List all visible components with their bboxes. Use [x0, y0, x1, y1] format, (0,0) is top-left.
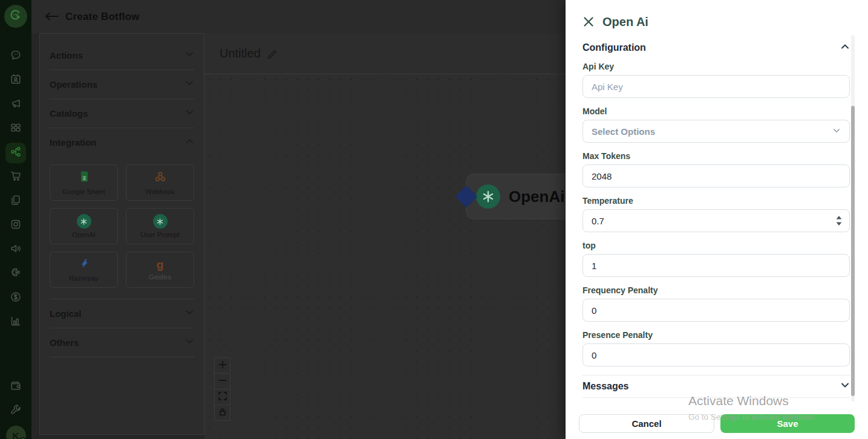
top-label: top	[582, 241, 850, 250]
drawer-scrollbar-track[interactable]	[851, 35, 855, 402]
chevron-down-icon	[832, 126, 841, 137]
field-frequency-penalty: Frequency Penalty	[582, 285, 850, 322]
app-root: K Create Botflow Actions Operations Cata…	[0, 0, 868, 439]
cancel-button[interactable]: Cancel	[579, 414, 714, 433]
drawer-header: Open Ai	[582, 15, 850, 29]
api-key-label: Api Key	[582, 62, 850, 71]
max-tokens-input[interactable]	[582, 164, 850, 187]
max-tokens-label: Max Tokens	[582, 151, 850, 161]
field-presence-penalty: Presence Penalty	[582, 330, 850, 366]
temperature-input[interactable]	[582, 209, 850, 232]
chevron-down-icon	[840, 381, 850, 392]
model-label: Model	[582, 106, 850, 116]
save-button[interactable]: Save	[720, 414, 855, 433]
frequency-penalty-input[interactable]	[582, 299, 850, 322]
drawer-backdrop[interactable]	[0, 0, 566, 439]
field-max-tokens: Max Tokens	[582, 151, 850, 187]
close-drawer-button[interactable]	[582, 16, 595, 29]
close-icon	[582, 21, 595, 30]
api-key-input[interactable]	[582, 75, 850, 98]
configuration-section-header[interactable]: Configuration	[582, 42, 850, 53]
field-top: top	[582, 241, 850, 277]
top-input[interactable]	[582, 254, 850, 277]
drawer-title: Open Ai	[602, 15, 648, 29]
openai-config-drawer: Open Ai Configuration Api Key Model Sele…	[566, 0, 868, 439]
model-select-placeholder: Select Options	[592, 126, 655, 137]
messages-section-header[interactable]: Messages	[582, 376, 850, 398]
field-api-key: Api Key	[582, 62, 850, 98]
field-model: Model Select Options	[582, 106, 850, 143]
temperature-label: Temperature	[582, 196, 850, 206]
presence-penalty-input[interactable]	[582, 343, 850, 366]
presence-penalty-label: Presence Penalty	[582, 330, 850, 340]
drawer-footer: Cancel Save	[579, 414, 855, 433]
chevron-up-icon	[840, 42, 850, 53]
model-select[interactable]: Select Options	[582, 120, 850, 143]
frequency-penalty-label: Frequency Penalty	[582, 285, 850, 295]
number-stepper-icon[interactable]	[836, 216, 842, 228]
drawer-scrollbar-thumb[interactable]	[851, 106, 855, 396]
field-temperature: Temperature	[582, 196, 850, 232]
